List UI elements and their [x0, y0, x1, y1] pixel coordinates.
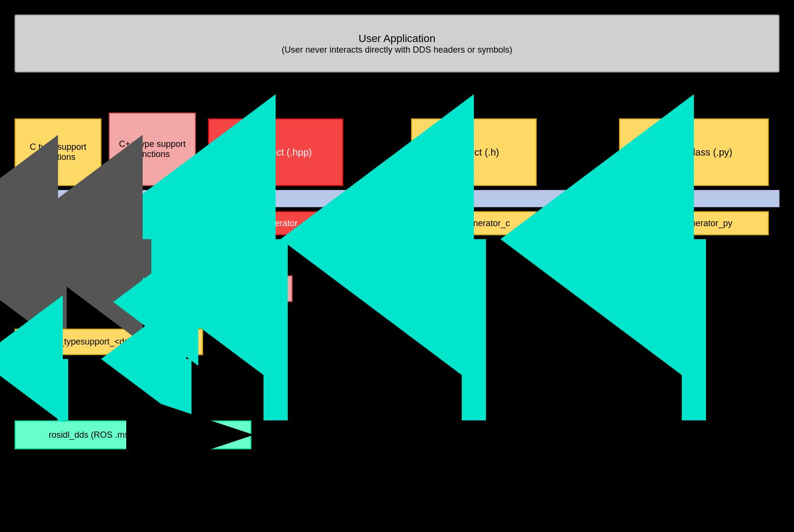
generator-c-label: rosidl_generator_c [438, 218, 510, 229]
dds-vendor-box: DDS Vendor Specific Funcs. [15, 211, 179, 235]
c-struct-label: C struct (.h) [449, 147, 499, 158]
typesupport-cpp-box: rosidl_typesupport_<dds_vendor>_cpp [104, 275, 293, 302]
c-struct-box: C struct (.h) [411, 118, 537, 186]
typesupport-c-label: rosidl_typesupport_<dds_vendor>_c [38, 337, 179, 347]
generator-c-box: rosidl_generator_c [411, 211, 537, 235]
user-app-title: User Application [359, 32, 436, 45]
msg-label-1: .msg [275, 367, 294, 377]
for-each-band: For each .msg [15, 190, 779, 207]
cpp-struct-label: C++ struct (.hpp) [239, 147, 312, 158]
c-type-box: C type support functions [15, 118, 102, 186]
idl-label-2: .idl [179, 391, 190, 402]
user-app-subtitle: (User never interacts directly with DDS … [281, 45, 512, 55]
typesupport-c-box: rosidl_typesupport_<dds_vendor>_c [15, 329, 203, 355]
generator-py-box: rosidl_generator_py [619, 211, 769, 235]
generator-cpp-label: rosidl_generator_cpp [235, 218, 316, 229]
typesupport-cpp-label: rosidl_typesupport_<dds_vendor>_cpp [123, 284, 273, 294]
idl-label-1: .idl [56, 391, 67, 402]
dds-vendor-label: DDS Vendor Specific Funcs. [42, 218, 151, 229]
c-type-label: C type support functions [19, 142, 97, 162]
generator-cpp-box: rosidl_generator_cpp [208, 211, 343, 235]
rosidl-dds-label: rosidl_dds (ROS .msg files -> DDS .idl f… [49, 430, 218, 440]
for-each-label: For each .msg [369, 194, 425, 204]
cpp-struct-box: C++ struct (.hpp) [208, 118, 343, 186]
arrows-svg [0, 0, 794, 532]
generator-py-label: rosidl_generator_py [655, 218, 732, 229]
rosidl-dds-box: rosidl_dds (ROS .msg files -> DDS .idl f… [15, 420, 251, 449]
python-class-label: Python class (.py) [656, 147, 733, 158]
python-class-box: Python class (.py) [619, 118, 769, 186]
cpp-type-label: C++ type support functions [114, 139, 191, 159]
msg-label-3: .msg [668, 367, 687, 377]
user-app-box: User Application (User never interacts d… [15, 14, 779, 72]
diagram: User Application (User never interacts d… [0, 0, 794, 532]
msg-label-2: .msg [465, 367, 484, 377]
cpp-type-box: C++ type support functions [109, 113, 196, 186]
